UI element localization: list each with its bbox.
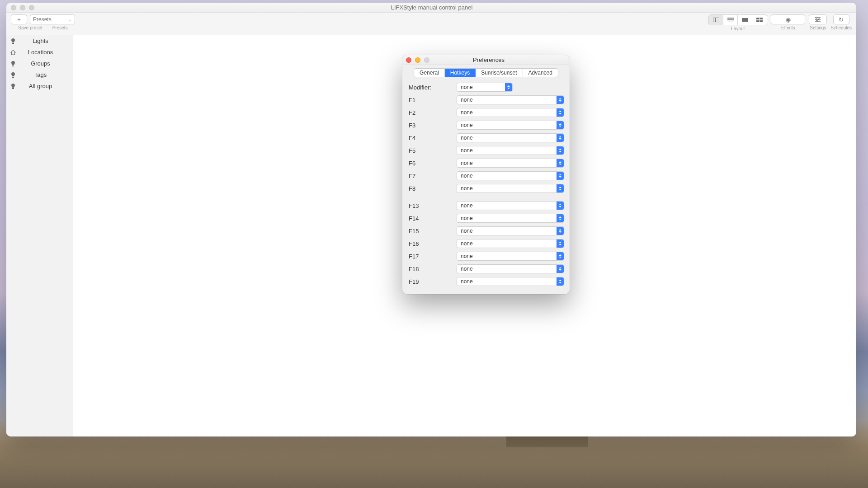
hotkey-value: none [461,122,473,128]
hotkey-row-f19: F19none [408,275,564,288]
hotkey-row-f17: F17none [408,250,564,263]
hotkey-row-f8: F8none [408,182,564,195]
hotkey-popup-f18[interactable]: none [457,264,564,273]
window-titlebar: LIFXStyle manual control panel [6,3,856,13]
hotkey-popup-f16[interactable]: none [457,239,564,248]
stepper-arrows-icon [557,172,564,180]
effects-button[interactable]: ◉ [771,14,805,24]
prefs-tabs-row: General Hotkeys Sunrise/sunset Advanced [402,65,570,81]
window-controls [11,5,34,10]
hotkey-popup-f3[interactable]: none [457,121,564,130]
prefs-zoom-button[interactable] [424,57,429,63]
stepper-arrows-icon [557,96,564,104]
settings-button[interactable] [809,14,827,24]
toolbar-settings-group: Settings [809,14,827,30]
stepper-arrows-icon [557,202,564,210]
hotkey-popup-f5[interactable]: none [457,146,564,155]
hotkey-row-f7: F7none [408,169,564,182]
stepper-arrows-icon [557,134,564,142]
layout-grid-button[interactable] [752,15,767,25]
hotkey-row-f4: F4none [408,131,564,144]
hotkey-popup-f8[interactable]: none [457,184,564,193]
sidebar-item-lights[interactable]: Lights [6,35,73,47]
hotkey-row-f13: F13none [408,199,564,212]
house-icon [10,49,16,56]
bulb-icon [10,38,16,44]
modifier-row: Modifier: none [408,81,564,94]
sidebar-item-tags[interactable]: Tags [6,69,73,80]
stepper-arrows-icon [557,121,564,129]
hotkey-label: F19 [408,278,452,285]
layout-compact-button[interactable] [738,15,752,25]
hotkey-popup-f2[interactable]: none [457,108,564,117]
prefs-titlebar: Preferences [402,55,570,65]
hotkey-label: F17 [408,253,452,260]
hotkey-popup-f14[interactable]: none [457,214,564,223]
tab-advanced[interactable]: Advanced [523,69,558,77]
stepper-arrows-icon [557,277,564,286]
hotkey-label: F16 [408,240,452,247]
presets-dropdown[interactable]: Presets ⌄ [30,14,75,24]
hotkey-value: none [461,228,473,234]
schedules-button[interactable]: ↻ [833,14,849,24]
sliders-icon [814,16,821,23]
window-title: LIFXStyle manual control panel [34,4,852,11]
hotkey-row-f5: F5none [408,144,564,157]
hotkey-popup-f13[interactable]: none [457,201,564,210]
tab-hotkeys[interactable]: Hotkeys [445,69,476,77]
toolbar-effects-group: ◉ Effects [771,14,805,30]
prefs-minimize-button[interactable] [415,57,420,63]
stepper-arrows-icon [505,83,512,91]
add-preset-button[interactable]: + [11,14,27,24]
list-layout-icon [727,18,734,22]
sidebar-item-locations[interactable]: Locations [6,47,73,58]
bulb-icon [10,83,16,89]
schedules-label: Schedules [830,25,852,30]
sidebar-layout-icon [713,18,719,22]
hotkey-value: none [461,135,473,141]
modifier-popup[interactable]: none [457,83,513,92]
preferences-window: Preferences General Hotkeys Sunrise/suns… [402,55,570,294]
window-minimize-button[interactable] [20,5,25,10]
hotkey-popup-f6[interactable]: none [457,159,564,168]
stepper-arrows-icon [557,227,564,235]
window-close-button[interactable] [11,5,16,10]
hotkey-popup-f15[interactable]: none [457,226,564,235]
hotkey-label: F14 [408,215,452,222]
hotkey-row-f2: F2none [408,106,564,119]
tab-general[interactable]: General [414,69,445,77]
hotkey-row-f1: F1none [408,94,564,106]
layout-label: Layout [731,26,745,31]
hotkey-row-f3: F3none [408,119,564,131]
effects-icon: ◉ [786,16,791,23]
toolbar-presets-group: + Presets ⌄ Save preset Presets [11,14,75,30]
prefs-close-button[interactable] [406,57,411,63]
hotkey-popup-f19[interactable]: none [457,277,564,286]
layout-list-button[interactable] [723,15,738,25]
sidebar-item-label: Groups [20,60,69,67]
hotkeys-gap [408,195,564,199]
prefs-tabs: General Hotkeys Sunrise/sunset Advanced [414,68,558,77]
hotkey-value: none [461,278,473,285]
hotkey-label: F8 [408,185,452,192]
hotkey-popup-f7[interactable]: none [457,171,564,180]
hotkey-row-f6: F6none [408,157,564,169]
hotkey-row-f14: F14none [408,212,564,225]
svg-point-5 [816,21,818,22]
layout-sidebar-button[interactable] [709,15,723,25]
sidebar-item-groups[interactable]: Groups [6,58,73,69]
stepper-arrows-icon [557,265,564,273]
hotkey-popup-f1[interactable]: none [457,95,564,104]
hotkey-label: F13 [408,202,452,209]
hotkey-popup-f4[interactable]: none [457,133,564,142]
tab-sunrise-sunset[interactable]: Sunrise/sunset [476,69,523,77]
sidebar-item-label: Tags [20,71,69,78]
toolbar: + Presets ⌄ Save preset Presets Layout [6,13,856,35]
hotkey-label: F7 [408,173,452,179]
window-zoom-button[interactable] [29,5,34,10]
hotkey-popup-f17[interactable]: none [457,252,564,261]
stepper-arrows-icon [557,214,564,222]
hotkey-value: none [461,202,473,209]
sidebar-item-label: Locations [20,49,69,56]
sidebar-item-all-group[interactable]: All group [6,80,73,92]
